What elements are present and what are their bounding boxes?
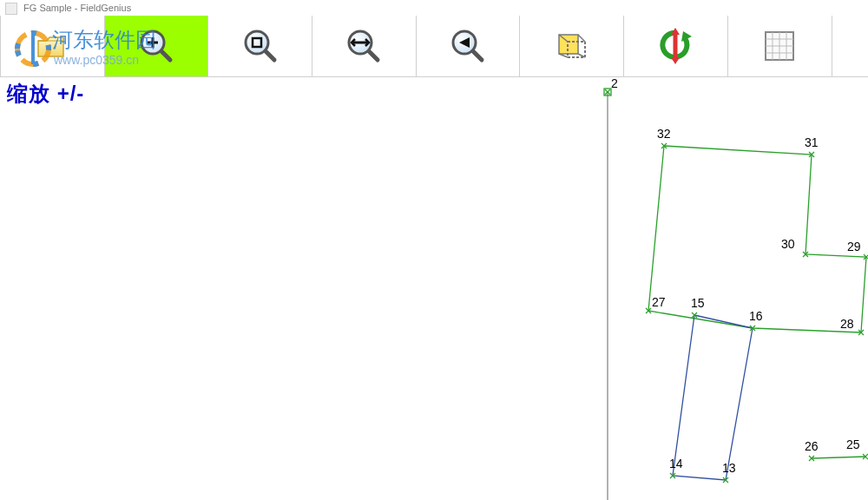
pan-button[interactable] bbox=[519, 16, 623, 76]
drawing-svg bbox=[0, 76, 868, 500]
zoom-window-button[interactable] bbox=[207, 16, 312, 76]
rotate-icon bbox=[655, 26, 695, 66]
point-label: 14 bbox=[669, 457, 683, 470]
open-button[interactable] bbox=[0, 16, 104, 76]
app-icon bbox=[5, 3, 17, 15]
window-title: FG Sample - FieldGenius bbox=[23, 3, 131, 13]
point-label: 16 bbox=[749, 309, 763, 323]
point-label: 30 bbox=[781, 237, 795, 251]
svg-marker-18 bbox=[671, 57, 680, 64]
point-label: 15 bbox=[691, 296, 705, 310]
zoom-previous-icon bbox=[447, 25, 489, 67]
title-bar: FG Sample - FieldGenius bbox=[0, 0, 868, 16]
rotate-button[interactable] bbox=[623, 16, 727, 76]
point-label: 32 bbox=[657, 127, 671, 141]
point-label: 2 bbox=[611, 76, 618, 90]
point-label: 29 bbox=[847, 240, 861, 253]
zoom-extents-icon bbox=[343, 25, 385, 67]
folder-open-icon bbox=[33, 27, 71, 65]
grid-button[interactable] bbox=[727, 16, 832, 76]
point-label: 25 bbox=[846, 438, 860, 451]
zoom-previous-button[interactable] bbox=[416, 16, 520, 76]
point-label: 27 bbox=[652, 295, 666, 309]
region-icon bbox=[552, 26, 592, 66]
map-canvas[interactable]: 2131415162526272829303132 bbox=[0, 76, 868, 500]
point-label: 26 bbox=[805, 439, 819, 453]
toolbar bbox=[0, 16, 868, 77]
zoom-in-out-button[interactable] bbox=[104, 16, 208, 76]
svg-line-8 bbox=[369, 51, 378, 60]
point-label: 31 bbox=[805, 135, 819, 149]
grid-icon bbox=[762, 29, 797, 63]
point-label: 28 bbox=[840, 317, 854, 331]
zoom-window-icon bbox=[240, 25, 281, 67]
svg-line-1 bbox=[161, 51, 170, 60]
zoom-extents-button[interactable] bbox=[312, 16, 416, 76]
zoom-in-out-icon bbox=[135, 25, 177, 67]
more-button[interactable] bbox=[832, 16, 869, 76]
point-label: 13 bbox=[722, 461, 736, 475]
svg-line-5 bbox=[266, 51, 274, 60]
svg-line-11 bbox=[473, 51, 482, 60]
